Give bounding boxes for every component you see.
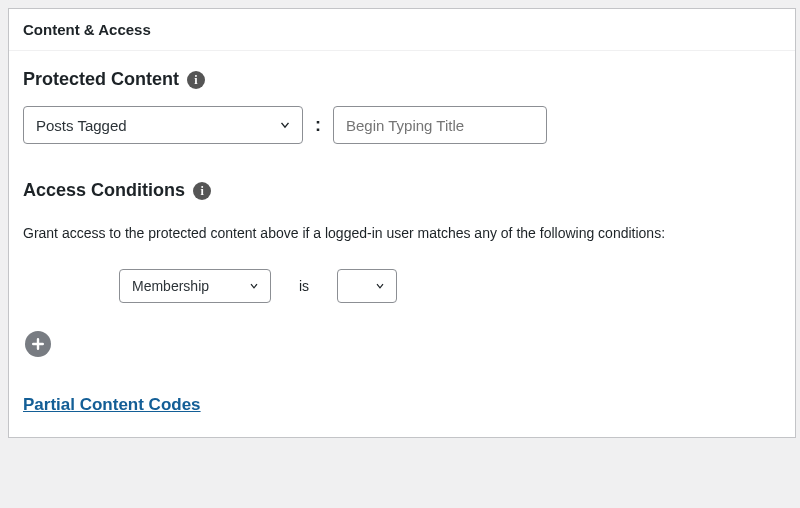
rule-separator: :	[313, 115, 323, 136]
access-conditions-description: Grant access to the protected content ab…	[23, 225, 781, 241]
info-icon[interactable]: i	[187, 71, 205, 89]
rule-type-value: Posts Tagged	[36, 117, 127, 134]
protected-content-heading-text: Protected Content	[23, 69, 179, 90]
partial-content-codes-link[interactable]: Partial Content Codes	[23, 395, 201, 415]
rule-title-input[interactable]	[333, 106, 547, 144]
chevron-down-icon	[374, 280, 386, 292]
condition-type-select[interactable]: Membership	[119, 269, 271, 303]
add-condition-button[interactable]	[25, 331, 51, 357]
chevron-down-icon	[278, 118, 292, 132]
access-conditions-heading-text: Access Conditions	[23, 180, 185, 201]
condition-value-select[interactable]	[337, 269, 397, 303]
panel-title: Content & Access	[9, 9, 795, 51]
chevron-down-icon	[248, 280, 260, 292]
protected-content-row: Posts Tagged :	[23, 106, 781, 144]
panel-body: Protected Content i Posts Tagged : Acces…	[9, 51, 795, 437]
rule-type-select[interactable]: Posts Tagged	[23, 106, 303, 144]
plus-icon	[30, 336, 46, 352]
info-icon[interactable]: i	[193, 182, 211, 200]
condition-operator: is	[299, 278, 309, 294]
access-conditions-heading: Access Conditions i	[23, 180, 211, 201]
protected-content-heading: Protected Content i	[23, 69, 205, 90]
condition-type-value: Membership	[132, 278, 209, 294]
condition-row: Membership is	[119, 269, 781, 303]
content-access-panel: Content & Access Protected Content i Pos…	[8, 8, 796, 438]
